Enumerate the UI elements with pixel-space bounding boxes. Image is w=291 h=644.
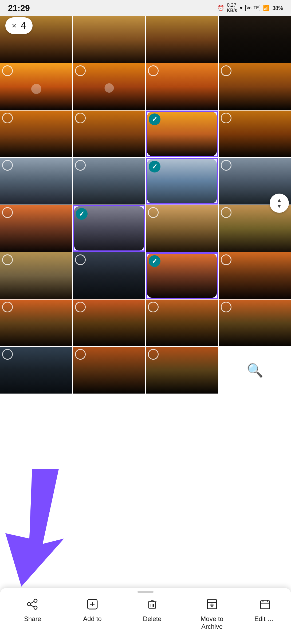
share-label: Share	[24, 615, 41, 623]
svg-point-3	[27, 603, 31, 606]
photo-cell-r6c1[interactable]	[73, 300, 145, 346]
svg-line-5	[31, 605, 34, 607]
check-icon-r5c2: ✓	[149, 255, 160, 267]
photo-cell-r5c1[interactable]	[73, 252, 145, 299]
photo-cell-r4c0[interactable]	[0, 205, 72, 252]
photo-cell-r0c3[interactable]	[219, 16, 291, 63]
photo-cell-r2c3[interactable]	[219, 111, 291, 157]
status-time: 21:29	[8, 3, 30, 13]
action-share[interactable]: Share	[15, 599, 50, 623]
unselected-circle-r1c2[interactable]	[148, 65, 159, 76]
action-delete[interactable]: Delete	[135, 599, 170, 623]
unselected-circle-r1c0[interactable]	[2, 65, 13, 76]
unselected-circle-r7c2[interactable]	[148, 349, 159, 360]
photo-row-6	[0, 300, 291, 346]
bottom-actions: Share Add to	[0, 596, 291, 644]
photo-cell-r7c1[interactable]	[73, 347, 145, 394]
wifi-icon: ▾	[240, 5, 242, 11]
volte-icon: VoLTE	[245, 5, 260, 11]
check-icon-r3c2: ✓	[149, 161, 160, 172]
check-icon-r4c1: ✓	[76, 208, 88, 220]
photo-cell-r5c0[interactable]	[0, 252, 72, 299]
photo-cell-r6c3[interactable]	[219, 300, 291, 346]
photo-cell-r7c0[interactable]	[0, 347, 72, 394]
chevron-down-icon: ▼	[277, 203, 282, 209]
zoom-button[interactable]: 🔍	[219, 347, 291, 394]
delete-label: Delete	[143, 615, 161, 623]
scroll-indicator[interactable]: ▲ ▼	[270, 194, 289, 213]
action-add-to[interactable]: Add to	[75, 599, 110, 623]
unselected-circle-r2c3[interactable]	[221, 113, 231, 123]
unselected-circle-r4c0[interactable]	[2, 207, 13, 218]
photo-cell-r3c0[interactable]	[0, 158, 72, 205]
share-icon	[27, 599, 38, 612]
unselected-circle-r7c1[interactable]	[75, 349, 86, 360]
unselected-circle-r6c3[interactable]	[221, 302, 231, 312]
delete-icon	[147, 599, 158, 612]
unselected-circle-r5c3[interactable]	[221, 254, 231, 265]
svg-point-1	[34, 599, 37, 602]
photo-row-4: ✓	[0, 205, 291, 252]
photo-cell-r6c0[interactable]	[0, 300, 72, 346]
unselected-circle-r6c0[interactable]	[2, 302, 13, 312]
data-speed: 0.27KB/s	[227, 3, 237, 13]
photo-cell-r6c2[interactable]	[146, 300, 218, 346]
svg-point-2	[34, 606, 37, 609]
unselected-circle-r2c1[interactable]	[75, 113, 86, 123]
photo-cell-r2c0[interactable]	[0, 111, 72, 157]
alarm-icon: ⏰	[218, 5, 224, 11]
bottom-sheet-handle	[137, 591, 154, 593]
photo-cell-r3c1[interactable]	[73, 158, 145, 205]
svg-line-4	[31, 602, 34, 603]
archive-icon	[206, 599, 218, 612]
photo-grid: ✓ ✓ ▲ ▼ ✓	[0, 16, 291, 588]
unselected-circle-r3c0[interactable]	[2, 160, 13, 171]
action-move-archive[interactable]: Move toArchive	[195, 599, 229, 631]
photo-cell-r1c3[interactable]	[219, 63, 291, 110]
photo-cell-r0c2[interactable]	[146, 16, 218, 63]
photo-row-2: ✓	[0, 111, 291, 157]
photo-cell-r4c1[interactable]: ✓	[73, 205, 145, 252]
unselected-circle-r3c3[interactable]	[221, 160, 231, 171]
unselected-circle-r1c3[interactable]	[221, 65, 231, 76]
selection-badge: × 4	[5, 17, 33, 34]
svg-rect-20	[261, 601, 270, 609]
photo-cell-r5c2[interactable]: ✓	[146, 252, 218, 299]
calendar-icon	[259, 599, 271, 612]
add-icon	[87, 599, 98, 612]
photo-row-0	[0, 16, 291, 63]
chevron-up-icon: ▲	[277, 197, 282, 203]
status-icons: ⏰ 0.27KB/s ▾ VoLTE 📶 38%	[218, 3, 283, 13]
selection-count: 4	[21, 20, 26, 31]
photo-row-1	[0, 63, 291, 110]
battery: 38%	[272, 5, 283, 11]
unselected-circle-r6c1[interactable]	[75, 302, 86, 312]
close-icon[interactable]: ×	[12, 21, 17, 30]
unselected-circle-r1c1[interactable]	[75, 65, 86, 76]
photo-cell-r1c0[interactable]	[0, 63, 72, 110]
unselected-circle-r6c2[interactable]	[148, 302, 159, 312]
unselected-circle-r4c2[interactable]	[148, 207, 159, 218]
edit-date-label: Edit da...	[254, 615, 276, 623]
photo-cell-r5c3[interactable]	[219, 252, 291, 299]
signal-icon: 📶	[263, 5, 270, 11]
unselected-circle-r5c1[interactable]	[75, 254, 86, 265]
action-edit-date[interactable]: Edit da...	[254, 599, 276, 623]
unselected-circle-r5c0[interactable]	[2, 254, 13, 265]
unselected-circle-r3c1[interactable]	[75, 160, 86, 171]
photo-row-3: ✓ ▲ ▼	[0, 158, 291, 205]
photo-cell-r0c1[interactable]	[73, 16, 145, 63]
photo-cell-r1c1[interactable]	[73, 63, 145, 110]
status-bar: 21:29 ⏰ 0.27KB/s ▾ VoLTE 📶 38%	[0, 0, 291, 16]
photo-cell-r2c2[interactable]: ✓	[146, 111, 218, 157]
photo-cell-r3c2[interactable]: ✓	[146, 158, 218, 205]
photo-cell-r4c2[interactable]	[146, 205, 218, 252]
unselected-circle-r4c3[interactable]	[221, 207, 231, 218]
unselected-circle-r7c0[interactable]	[2, 349, 13, 360]
bottom-sheet: Share Add to	[0, 588, 291, 644]
photo-row-5: ✓	[0, 252, 291, 299]
unselected-circle-r2c0[interactable]	[2, 113, 13, 123]
photo-cell-r2c1[interactable]	[73, 111, 145, 157]
photo-cell-r1c2[interactable]	[146, 63, 218, 110]
photo-cell-r7c2[interactable]	[146, 347, 218, 394]
